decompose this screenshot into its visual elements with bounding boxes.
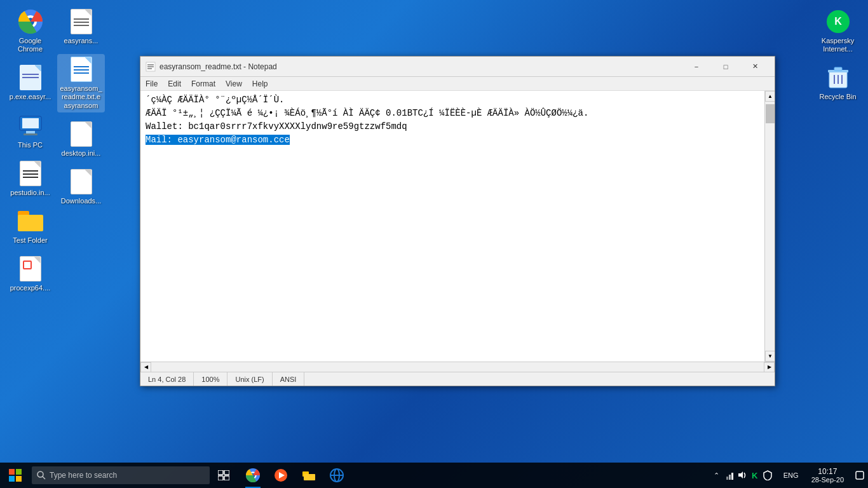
- pestudio-icon-label: pestudio.in...: [10, 189, 50, 197]
- clock-time: 10:17: [818, 467, 837, 476]
- systray: ⌃ K: [706, 470, 778, 481]
- window-titlebar: easyransom_readme.txt - Notepad − □ ✕: [140, 57, 775, 77]
- desktop-icon-desktopini[interactable]: desktop.ini...: [57, 119, 105, 160]
- minimize-button[interactable]: −: [682, 57, 711, 77]
- taskbar-app-ie[interactable]: [323, 463, 351, 488]
- window-menubar: File Edit Format View Help: [140, 77, 775, 91]
- scrollbar-right-arrow[interactable]: ▶: [764, 362, 775, 372]
- svg-rect-11: [834, 67, 842, 71]
- volume-icon: [737, 470, 747, 480]
- notepad-window: easyransom_readme.txt - Notepad − □ ✕ Fi…: [140, 56, 775, 386]
- window-content: ´ç¼ÀÇ ÆÄÄÏÀ° °¨¿ºµÇ½Å´Ï´Ù. ÆÄÄÏ °¹±„¸¦ ¿…: [140, 91, 775, 362]
- taskbar-search-box[interactable]: Type here to search: [32, 466, 210, 484]
- desktop-icon-easyransom-readme[interactable]: easyransom_readme.txt.e asyransom: [57, 54, 105, 112]
- maximize-button[interactable]: □: [711, 57, 740, 77]
- pexe-icon-label: p.exe.easyr...: [10, 93, 51, 101]
- svg-rect-40: [729, 475, 731, 480]
- close-button[interactable]: ✕: [740, 57, 770, 77]
- desktop-icon-recyclebin[interactable]: Recycle Bin: [814, 62, 862, 104]
- desktop-icon-pexe[interactable]: p.exe.easyr...: [6, 62, 54, 104]
- windows-logo-icon: [9, 469, 22, 482]
- clock-area[interactable]: 10:17 28-Sep-20: [804, 463, 851, 488]
- clock-date: 28-Sep-20: [811, 476, 844, 484]
- svg-rect-43: [856, 471, 864, 479]
- desktop-icons-col1: Google Chrome p.exe.easyr...: [6, 6, 54, 295]
- thispc-icon-label: This PC: [18, 141, 43, 149]
- taskbar-app-explorer[interactable]: [295, 463, 323, 488]
- desktop-icon-testfolder[interactable]: Test Folder: [6, 206, 54, 247]
- svg-rect-25: [218, 470, 223, 475]
- titlebar-left: easyransom_readme.txt - Notepad: [146, 62, 277, 72]
- easyransom-readme-icon-label: easyransom_readme.txt.e asyransom: [60, 85, 102, 110]
- text-line-2: ÆÄÄÏ °¹±„¸¦ ¿ÇÇÏ¼Ã é ¼¿•¡ ¾ÈÁö¸¶½Ã°í ÀÌ …: [146, 107, 759, 120]
- text-line-3: Wallet: bc1qar0srrr7xfkvyXXXXlydnw9re59g…: [146, 120, 759, 133]
- svg-rect-21: [9, 476, 15, 482]
- systray-volume[interactable]: [736, 470, 748, 481]
- desktop-icon-downloads[interactable]: Downloads...: [57, 166, 105, 208]
- taskbar-app-media[interactable]: [267, 463, 295, 488]
- language-button[interactable]: ENG: [778, 463, 804, 488]
- scrollbar-down-arrow[interactable]: ▼: [765, 351, 775, 362]
- svg-rect-5: [26, 131, 35, 133]
- menu-help[interactable]: Help: [247, 78, 273, 90]
- window-statusbar: Ln 4, Col 28 100% Unix (LF) ANSI: [140, 372, 775, 386]
- svg-rect-39: [726, 477, 728, 480]
- scrollbar-up-arrow[interactable]: ▲: [765, 91, 775, 102]
- notification-button[interactable]: [851, 463, 868, 488]
- procexp64-icon-label: procexp64....: [10, 284, 51, 292]
- downloads-icon-label: Downloads...: [61, 197, 102, 205]
- menu-file[interactable]: File: [140, 78, 163, 90]
- status-eol: Unix (LF): [227, 372, 272, 386]
- desktop-icon-chrome[interactable]: Google Chrome: [6, 6, 54, 56]
- horizontal-scrollbar[interactable]: ◀ ▶: [140, 362, 775, 372]
- window-controls: − □ ✕: [682, 57, 770, 77]
- taskbar-app-chrome[interactable]: [239, 463, 267, 488]
- text-line-1: ´ç¼ÀÇ ÆÄÄÏÀ° °¨¿ºµÇ½Å´Ï´Ù.: [146, 93, 759, 107]
- svg-rect-35: [304, 474, 315, 480]
- easyrans-icon-label: easyrans...: [64, 37, 98, 45]
- svg-rect-41: [731, 473, 733, 480]
- desktopini-icon-label: desktop.ini...: [62, 149, 101, 158]
- svg-rect-4: [22, 118, 39, 128]
- taskview-icon: [218, 470, 229, 480]
- taskview-button[interactable]: [211, 463, 236, 488]
- systray-icon4[interactable]: [762, 470, 773, 481]
- vertical-scrollbar[interactable]: ▲ ▼: [764, 91, 775, 362]
- start-button[interactable]: [0, 463, 31, 488]
- systray-network[interactable]: [724, 470, 735, 481]
- scrollbar-left-arrow[interactable]: ◀: [140, 362, 151, 372]
- desktop-icon-pestudio[interactable]: pestudio.in...: [6, 158, 54, 200]
- menu-edit[interactable]: Edit: [163, 78, 186, 90]
- testfolder-icon-label: Test Folder: [13, 236, 47, 245]
- desktop-icon-thispc[interactable]: This PC: [6, 111, 54, 152]
- menu-view[interactable]: View: [220, 78, 247, 90]
- taskbar-media-icon: [274, 468, 288, 482]
- status-encoding: ANSI: [273, 372, 305, 386]
- recyclebin-icon-label: Recycle Bin: [819, 93, 856, 101]
- chrome-icon-label: Google Chrome: [9, 37, 51, 53]
- taskbar-apps: [239, 463, 706, 488]
- desktop-icons-col2: easyrans... easyransom_readme.txt.e asyr…: [57, 6, 105, 208]
- status-position: Ln 4, Col 28: [140, 372, 194, 386]
- taskbar-explorer-icon: [302, 468, 316, 482]
- systray-chevron[interactable]: ⌃: [711, 470, 722, 481]
- taskbar: Type here to search: [0, 463, 868, 488]
- notepad-app-icon: [146, 62, 156, 72]
- systray-kaspersky[interactable]: K: [749, 470, 761, 481]
- network-icon: [724, 470, 735, 480]
- svg-rect-28: [224, 476, 229, 480]
- selected-text: Mail: easyransom@ransom.cce: [146, 135, 290, 145]
- desktop-icon-procexp64[interactable]: procexp64....: [6, 254, 54, 295]
- text-editor[interactable]: ´ç¼ÀÇ ÆÄÄÏÀ° °¨¿ºµÇ½Å´Ï´Ù. ÆÄÄÏ °¹±„¸¦ ¿…: [140, 91, 764, 362]
- svg-point-23: [37, 471, 43, 477]
- menu-format[interactable]: Format: [186, 78, 220, 90]
- svg-rect-22: [16, 476, 22, 482]
- window-title: easyransom_readme.txt - Notepad: [159, 62, 277, 71]
- kaspersky-icon-label: Kaspersky Internet...: [817, 37, 859, 53]
- search-placeholder: Type here to search: [50, 471, 205, 480]
- scrollbar-thumb[interactable]: [766, 104, 775, 123]
- desktop-icon-kaspersky[interactable]: K Kaspersky Internet...: [814, 6, 862, 56]
- desktop-icon-easyrans[interactable]: easyrans...: [57, 6, 105, 48]
- notification-icon: [855, 471, 864, 480]
- search-icon: [37, 471, 46, 480]
